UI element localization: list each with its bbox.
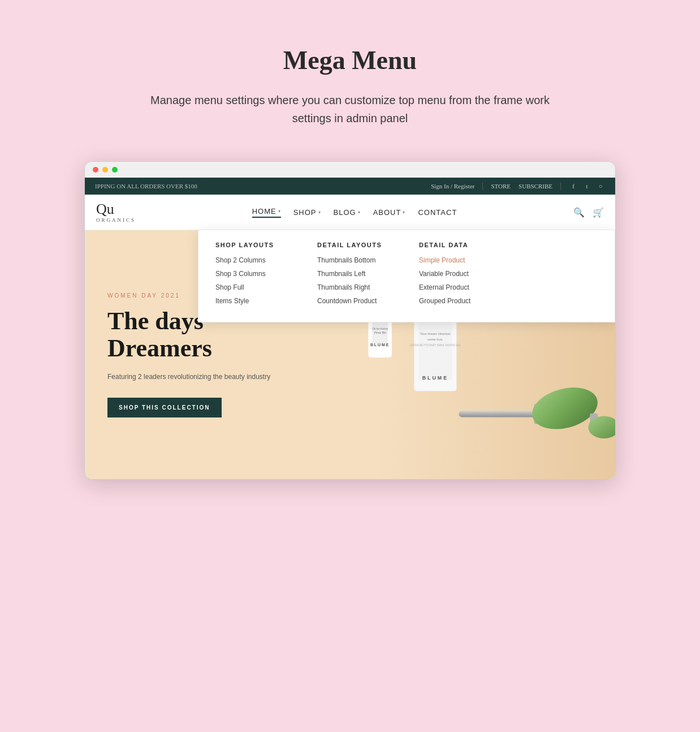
- hero-title-line1: The days: [107, 307, 204, 335]
- svg-text:come true.: come true.: [427, 338, 443, 342]
- twitter-icon[interactable]: t: [582, 182, 591, 191]
- social-links: f t ○: [569, 182, 605, 191]
- maximize-dot[interactable]: [112, 167, 118, 173]
- mega-col-title-shop: SHOP LAYOUTS: [215, 242, 295, 248]
- shop-caret-icon: ▾: [318, 210, 321, 215]
- nav-item-shop[interactable]: SHOP ▾: [293, 208, 321, 217]
- svg-text:BLUME: BLUME: [370, 343, 390, 347]
- mega-col-detail-data: DETAIL DATA Simple Product Variable Prod…: [419, 242, 498, 311]
- mega-link-grouped[interactable]: Grouped Product: [419, 297, 498, 305]
- minimize-dot[interactable]: [102, 167, 108, 173]
- store-link[interactable]: STORE: [491, 183, 511, 190]
- nav-label-shop: SHOP: [293, 208, 317, 217]
- signin-link[interactable]: Sign In / Register: [431, 183, 474, 190]
- navbar: Qu ORGANICS HOME ▾ SHOP ▾ BLOG ▾ ABOUT ▾…: [85, 195, 615, 230]
- nav-item-contact[interactable]: CONTACT: [418, 208, 457, 217]
- page-description: Manage menu settings where you can custo…: [146, 91, 554, 127]
- nav-label-about: ABOUT: [373, 208, 401, 217]
- hero-description: Featuring 2 leaders revolutionizing the …: [107, 372, 270, 382]
- nav-links: HOME ▾ SHOP ▾ BLOG ▾ ABOUT ▾ CONTACT: [252, 207, 457, 218]
- mega-link-thumb-right[interactable]: Thumbnails Right: [317, 283, 396, 291]
- nav-item-about[interactable]: ABOUT ▾: [373, 208, 406, 217]
- home-caret-icon: ▾: [278, 209, 281, 214]
- mega-link-full[interactable]: Shop Full: [215, 283, 295, 291]
- browser-chrome: [85, 162, 615, 178]
- browser-frame: IPPING ON ALL ORDERS OVER $100 Sign In /…: [84, 161, 616, 480]
- mega-link-3col[interactable]: Shop 3 Columns: [215, 270, 295, 278]
- svg-rect-19: [459, 411, 537, 417]
- close-dot[interactable]: [93, 167, 98, 173]
- mega-link-external[interactable]: External Product: [419, 283, 498, 291]
- subscribe-link[interactable]: SUBSCRIBE: [518, 183, 552, 190]
- svg-text:Your dream cleanser: Your dream cleanser: [420, 333, 451, 336]
- mega-link-variable[interactable]: Variable Product: [419, 270, 498, 278]
- nav-item-home[interactable]: HOME ▾: [252, 207, 281, 218]
- nav-label-blog: BLOG: [334, 208, 356, 217]
- nav-label-contact: CONTACT: [418, 208, 457, 217]
- topbar-divider: [482, 182, 483, 190]
- mega-col-detail-layouts: DETAIL LAYOUTS Thumbnails Bottom Thumbna…: [317, 242, 396, 311]
- search-icon[interactable]: 🔍: [573, 207, 585, 218]
- topbar: IPPING ON ALL ORDERS OVER $100 Sign In /…: [85, 178, 615, 195]
- topbar-right: Sign In / Register STORE SUBSCRIBE f t ○: [431, 182, 605, 191]
- hero-title-line2: Dreamers: [107, 334, 212, 362]
- mega-menu-dropdown: SHOP LAYOUTS Shop 2 Columns Shop 3 Colum…: [198, 230, 615, 322]
- mega-link-countdown[interactable]: Countdown Product: [317, 297, 396, 305]
- blog-caret-icon: ▾: [358, 210, 361, 215]
- instagram-icon[interactable]: ○: [596, 182, 605, 191]
- mega-link-items[interactable]: Items Style: [215, 297, 295, 305]
- svg-text:Prime Bkt: Prime Bkt: [374, 332, 387, 335]
- about-caret-icon: ▾: [403, 210, 405, 215]
- mega-link-thumb-bottom[interactable]: Thumbnails Bottom: [317, 256, 396, 264]
- brand-sub: ORGANICS: [96, 218, 136, 223]
- nav-label-home: HOME: [252, 207, 276, 216]
- brand-script: Qu: [96, 201, 136, 218]
- shop-collection-button[interactable]: SHOP THIS COLLECTION: [107, 398, 222, 417]
- nav-item-blog[interactable]: BLOG ▾: [334, 208, 361, 217]
- nav-icons: 🔍 🛒: [573, 207, 604, 218]
- svg-text:ULTRA-NETTOYANT SANS SAVON GEL: ULTRA-NETTOYANT SANS SAVON GEL: [410, 345, 461, 347]
- cart-icon[interactable]: 🛒: [593, 207, 604, 218]
- mega-link-simple[interactable]: Simple Product: [419, 256, 498, 264]
- svg-text:Oil for Active: Oil for Active: [372, 328, 388, 330]
- mega-col-title-data: DETAIL DATA: [419, 242, 498, 248]
- facebook-icon[interactable]: f: [569, 182, 578, 191]
- shipping-notice: IPPING ON ALL ORDERS OVER $100: [95, 183, 197, 190]
- svg-text:BLUME: BLUME: [422, 376, 448, 381]
- mega-col-title-detail: DETAIL LAYOUTS: [317, 242, 396, 248]
- topbar-divider2: [560, 182, 561, 190]
- mega-link-thumb-left[interactable]: Thumbnails Left: [317, 270, 396, 278]
- brand-logo[interactable]: Qu ORGANICS: [96, 201, 136, 223]
- mega-col-shop-layouts: SHOP LAYOUTS Shop 2 Columns Shop 3 Colum…: [215, 242, 295, 311]
- page-title: Mega Menu: [283, 45, 417, 75]
- mega-link-2col[interactable]: Shop 2 Columns: [215, 256, 295, 264]
